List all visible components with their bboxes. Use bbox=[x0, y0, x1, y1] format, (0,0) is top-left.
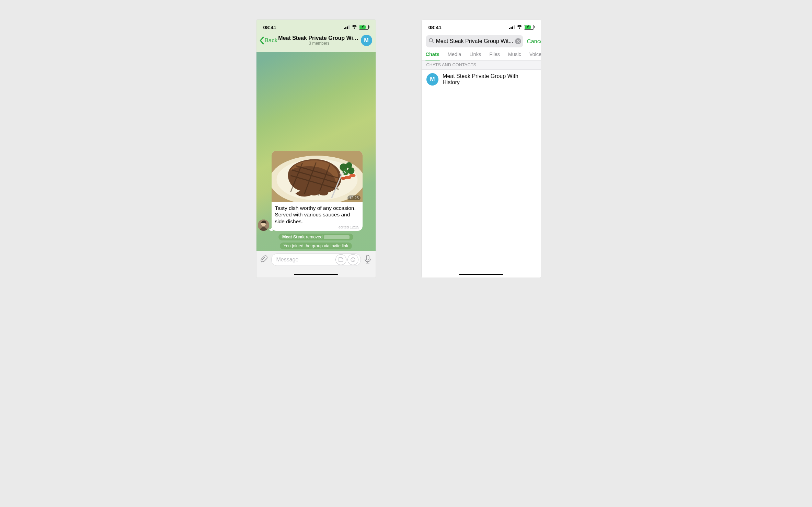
message-input[interactable]: Message bbox=[271, 254, 361, 266]
chat-body[interactable]: April 28 bbox=[256, 52, 376, 254]
chat-screen: 08:41 ⚡︎ Back Meat Steak Private Group W… bbox=[256, 20, 376, 278]
search-screen: 08:41 ⚡︎ Meat Steak Private Group Wit...… bbox=[422, 20, 541, 278]
signal-icon bbox=[509, 25, 515, 29]
chevron-left-icon bbox=[259, 36, 265, 45]
message-text: Tasty dish worthy of any occasion. Serve… bbox=[272, 202, 363, 227]
tab-links[interactable]: Links bbox=[469, 50, 481, 60]
tab-files[interactable]: Files bbox=[489, 50, 500, 60]
home-indicator bbox=[294, 274, 338, 275]
system-message-joined: You joined the group via invite link bbox=[280, 243, 352, 249]
compose-bar: Message bbox=[256, 251, 376, 278]
voice-button[interactable] bbox=[363, 254, 373, 265]
message-image[interactable]: 12:25 bbox=[272, 151, 363, 202]
input-placeholder: Message bbox=[276, 257, 334, 263]
section-header: CHATS AND CONTACTS bbox=[422, 60, 541, 70]
tab-voice[interactable]: Voice bbox=[529, 50, 541, 60]
close-icon bbox=[517, 40, 520, 43]
search-result[interactable]: M Meat Steak Private Group With History bbox=[422, 70, 541, 89]
attach-button[interactable] bbox=[260, 254, 269, 265]
search-input[interactable]: Meat Steak Private Group Wit... bbox=[426, 35, 524, 47]
microphone-icon bbox=[364, 255, 371, 264]
result-avatar: M bbox=[426, 73, 439, 86]
status-clock: 08:41 bbox=[263, 24, 276, 30]
message-bubble: 12:25 Tasty dish worthy of any occasion.… bbox=[272, 151, 363, 231]
image-timestamp: 12:25 bbox=[347, 195, 361, 200]
redacted-name bbox=[324, 235, 350, 239]
search-query: Meat Steak Private Group Wit... bbox=[436, 38, 513, 44]
search-icon bbox=[428, 38, 434, 45]
back-button[interactable]: Back bbox=[259, 36, 278, 45]
status-bar: 08:41 ⚡︎ bbox=[256, 20, 376, 35]
result-name: Meat Steak Private Group With History bbox=[443, 73, 536, 86]
clock-icon bbox=[350, 257, 356, 262]
wifi-icon bbox=[352, 25, 357, 29]
system-message-removed: Meat Steak removed bbox=[278, 234, 353, 240]
battery-icon: ⚡︎ bbox=[524, 25, 534, 30]
sticker-icon bbox=[338, 257, 344, 262]
chat-title-area[interactable]: Meat Steak Private Group With... 3 membe… bbox=[278, 35, 360, 46]
tab-music[interactable]: Music bbox=[508, 50, 521, 60]
svg-point-10 bbox=[349, 174, 355, 177]
battery-icon: ⚡︎ bbox=[359, 25, 369, 30]
back-label: Back bbox=[265, 37, 278, 44]
wifi-icon bbox=[517, 25, 522, 29]
svg-point-11 bbox=[341, 177, 346, 180]
tab-media[interactable]: Media bbox=[448, 50, 461, 60]
search-tabs: Chats Media Links Files Music Voice bbox=[422, 50, 541, 60]
home-indicator bbox=[459, 274, 503, 275]
svg-point-8 bbox=[342, 169, 348, 175]
schedule-button[interactable] bbox=[347, 254, 358, 265]
paperclip-icon bbox=[260, 255, 268, 263]
group-avatar[interactable]: M bbox=[361, 35, 372, 46]
cancel-button[interactable]: Cancel bbox=[527, 38, 540, 45]
chat-header: Back Meat Steak Private Group With... 3 … bbox=[256, 35, 376, 49]
chat-title: Meat Steak Private Group With... bbox=[278, 35, 360, 41]
status-bar: 08:41 ⚡︎ bbox=[422, 20, 541, 35]
svg-point-7 bbox=[347, 167, 354, 174]
signal-icon bbox=[344, 25, 350, 29]
search-bar: Meat Steak Private Group Wit... Cancel bbox=[422, 35, 541, 50]
tab-chats[interactable]: Chats bbox=[426, 50, 439, 60]
sender-avatar[interactable] bbox=[258, 219, 269, 231]
status-clock: 08:41 bbox=[428, 24, 442, 30]
clear-search-button[interactable] bbox=[515, 38, 521, 44]
message-meta: edited 12:25 bbox=[272, 225, 363, 231]
message[interactable]: 12:25 Tasty dish worthy of any occasion.… bbox=[258, 151, 363, 231]
empty-area bbox=[422, 89, 541, 278]
svg-rect-13 bbox=[366, 255, 369, 260]
chat-subtitle: 3 members bbox=[278, 41, 360, 46]
sticker-button[interactable] bbox=[335, 254, 346, 265]
